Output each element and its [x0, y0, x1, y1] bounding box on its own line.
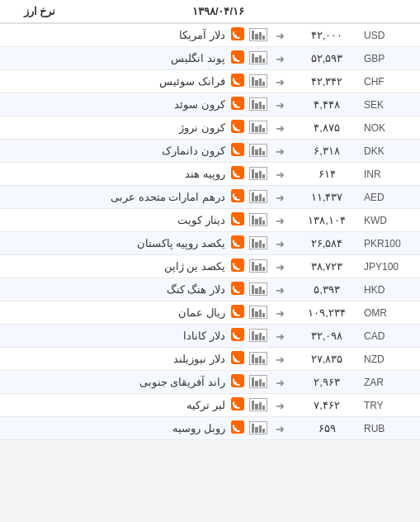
currency-name: کرون سوئد [7, 98, 229, 111]
arrow-icon: ➜ [270, 98, 290, 112]
rss-icon[interactable] [229, 27, 247, 43]
table-row: KWD ۱۳۸,۱۰۴ ➜ دینار کویت [0, 209, 420, 232]
rss-icon[interactable] [229, 50, 247, 66]
currency-code: INR [364, 168, 413, 180]
rss-icon[interactable] [229, 305, 247, 320]
arrow-icon: ➜ [270, 29, 290, 42]
arrow-icon: ➜ [270, 52, 290, 65]
rss-icon[interactable] [229, 420, 247, 436]
currency-code: JPY100 [364, 261, 413, 273]
currency-name: دلار کانادا [7, 330, 229, 342]
rss-icon[interactable] [229, 166, 247, 182]
chart-icon[interactable] [247, 352, 270, 366]
rss-icon[interactable] [229, 351, 247, 367]
chart-icon[interactable] [247, 375, 270, 389]
rss-icon[interactable] [229, 212, 247, 228]
chart-icon[interactable] [247, 306, 270, 320]
currency-code: RUB [364, 423, 413, 434]
rss-icon[interactable] [229, 397, 247, 413]
currency-code: OMR [364, 307, 413, 319]
arrow-icon: ➜ [270, 237, 290, 250]
rss-icon[interactable] [229, 97, 247, 112]
arrow-icon: ➜ [270, 376, 290, 389]
chart-icon[interactable] [247, 282, 270, 297]
currency-name: یکصد روپیه پاکستان [7, 237, 229, 249]
arrow-icon: ➜ [270, 306, 290, 320]
rss-icon[interactable] [229, 328, 247, 344]
currency-name: یکصد ین ژاپن [7, 260, 229, 273]
currency-code: USD [364, 30, 413, 41]
table-row: HKD ۵,۳۹۳ ➜ دلار هنگ کنگ [0, 278, 420, 301]
rss-icon[interactable] [229, 282, 247, 297]
table-row: RUB ۶۵۹ ➜ روبل روسیه [0, 417, 420, 440]
chart-icon[interactable] [247, 421, 270, 435]
table-row: USD ۴۲,۰۰۰ ➜ دلار آمریکا [0, 24, 420, 47]
currency-table: ۱۳۹۸/۰۴/۱۶ نرخ ارز USD ۴۲,۰۰۰ ➜ دلار آمر… [0, 0, 420, 440]
table-header: ۱۳۹۸/۰۴/۱۶ نرخ ارز [0, 0, 420, 24]
rows-container: USD ۴۲,۰۰۰ ➜ دلار آمریکا GBP ۵۲,۵۹۳ ➜ [0, 24, 420, 440]
currency-name: دلار نیوزیلند [7, 353, 229, 365]
table-row: CHF ۴۲,۳۴۲ ➜ فرانک سوئیس [0, 70, 420, 93]
currency-name: لیر ترکیه [7, 399, 229, 411]
arrow-icon: ➜ [270, 283, 290, 297]
chart-icon[interactable] [247, 51, 270, 65]
currency-value: ۴۲,۳۴۲ [290, 75, 364, 88]
chart-icon[interactable] [247, 190, 270, 204]
arrow-icon: ➜ [270, 168, 290, 181]
chart-icon[interactable] [247, 329, 270, 343]
currency-code: KWD [364, 215, 413, 226]
currency-name: دلار هنگ کنگ [7, 283, 229, 296]
currency-code: HKD [364, 284, 413, 296]
currency-value: ۱۰۹,۲۳۴ [290, 306, 364, 319]
currency-value: ۵,۳۹۳ [290, 283, 364, 296]
rss-icon[interactable] [229, 374, 247, 390]
currency-value: ۵۲,۵۹۳ [290, 52, 364, 64]
currency-code: ZAR [364, 377, 413, 388]
table-row: TRY ۷,۴۶۲ ➜ لیر ترکیه [0, 394, 420, 417]
chart-icon[interactable] [247, 259, 270, 273]
currency-name: دلار آمریکا [7, 29, 229, 41]
chart-icon[interactable] [247, 144, 270, 158]
currency-value: ۴۲,۰۰۰ [290, 29, 364, 41]
rss-icon[interactable] [229, 120, 247, 135]
currency-name: پوند انگلیس [7, 52, 229, 64]
chart-icon[interactable] [247, 213, 270, 227]
currency-value: ۴,۸۷۵ [290, 121, 364, 134]
table-row: AED ۱۱,۴۳۷ ➜ درهم امارات متحده عربی [0, 186, 420, 209]
table-row: PKR100 ۲۶,۵۸۴ ➜ یکصد روپیه پاکستان [0, 232, 420, 255]
currency-name: روپیه هند [7, 168, 229, 180]
currency-value: ۱۱,۴۳۷ [290, 191, 364, 203]
currency-value: ۳۲,۰۹۸ [290, 330, 364, 342]
chart-icon[interactable] [247, 398, 270, 412]
currency-code: NOK [364, 122, 413, 134]
rss-icon[interactable] [229, 259, 247, 274]
chart-icon[interactable] [247, 167, 270, 181]
rss-icon[interactable] [229, 74, 247, 89]
arrow-icon: ➜ [270, 214, 290, 227]
currency-value: ۲,۹۶۳ [290, 376, 364, 388]
header-title: نرخ ارز [7, 5, 73, 17]
chart-icon[interactable] [247, 97, 270, 112]
arrow-icon: ➜ [270, 353, 290, 366]
chart-icon[interactable] [247, 28, 270, 42]
table-row: ZAR ۲,۹۶۳ ➜ راند آفریقای جنوبی [0, 371, 420, 394]
currency-code: PKR100 [364, 238, 413, 249]
arrow-icon: ➜ [270, 191, 290, 204]
chart-icon[interactable] [247, 236, 270, 250]
chart-icon[interactable] [247, 74, 270, 88]
table-row: SEK ۴,۴۴۸ ➜ کرون سوئد [0, 93, 420, 116]
currency-value: ۲۷,۸۳۵ [290, 353, 364, 365]
currency-name: درهم امارات متحده عربی [7, 191, 229, 203]
currency-value: ۶,۳۱۸ [290, 145, 364, 157]
table-row: DKK ۶,۳۱۸ ➜ کرون دانمارک [0, 140, 420, 163]
currency-code: SEK [364, 99, 413, 111]
table-row: JPY100 ۳۸,۷۲۳ ➜ یکصد ین ژاپن [0, 255, 420, 278]
currency-value: ۲۶,۵۸۴ [290, 237, 364, 249]
rss-icon[interactable] [229, 235, 247, 251]
rss-icon[interactable] [229, 143, 247, 159]
currency-name: روبل روسیه [7, 422, 229, 434]
rss-icon[interactable] [229, 189, 247, 205]
chart-icon[interactable] [247, 121, 270, 135]
currency-value: ۷,۴۶۲ [290, 399, 364, 411]
currency-name: کرون نروژ [7, 121, 229, 134]
